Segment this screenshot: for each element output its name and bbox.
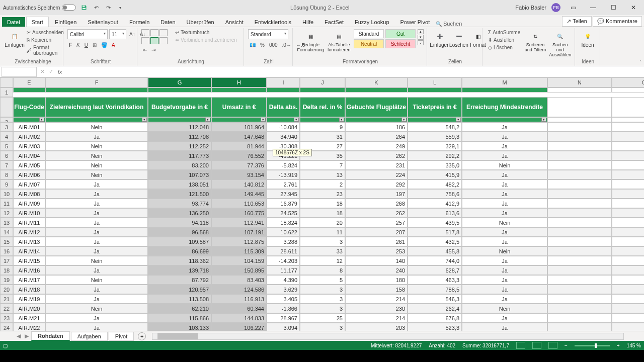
cell[interactable]: Nein [462,160,547,170]
cell[interactable]: 249 [345,141,408,151]
fx-icon[interactable]: fx [55,69,64,75]
cell[interactable]: AIR.M13 [13,237,45,246]
cell[interactable]: 335,0 [408,160,462,170]
cell[interactable]: Nein [45,275,148,285]
cell[interactable]: 124.586 [211,285,267,294]
cell[interactable]: 262 [345,151,408,160]
cell[interactable]: 2.761 [267,179,300,189]
cell[interactable]: Ja [45,199,148,208]
ideas-button[interactable]: 💡Ideen [579,29,596,49]
user-avatar[interactable]: FB [551,3,560,12]
style-schlecht[interactable]: Schlecht [385,39,416,48]
cell[interactable]: Ja [45,313,148,323]
cell[interactable]: 3.288 [267,237,300,246]
cell[interactable]: 31 [300,132,345,141]
cell[interactable]: 112.048 [148,122,211,132]
maximize-icon[interactable]: ☐ [606,2,621,14]
col-header-F[interactable]: F [45,77,148,87]
indent-dec-icon[interactable]: ⇤ [141,47,148,53]
alignment-grid[interactable] [141,29,168,44]
cell[interactable]: 81.944 [211,141,267,151]
row-header-19[interactable]: 19 [0,275,13,285]
collapse-ribbon-icon[interactable]: ˄ [639,60,642,65]
horizontal-scrollbar[interactable] [152,333,624,340]
cell[interactable]: 613,6 [408,208,462,218]
cell[interactable]: 257 [345,218,408,227]
cell[interactable]: 96.568 [148,227,211,237]
tab-powerpivot[interactable]: Power Pivot [395,17,435,27]
increase-font-icon[interactable]: A↑ [128,31,137,38]
cell[interactable]: Nein [462,304,547,313]
cell[interactable]: 788,5 [408,285,462,294]
undo-icon[interactable]: ↶ [92,4,100,12]
cell[interactable]: Nein [45,256,148,265]
row-header-9[interactable]: 9 [0,179,13,189]
cell[interactable]: AIR.M18 [13,285,45,294]
view-normal-icon[interactable] [516,342,525,349]
cell[interactable]: 87.792 [148,275,211,285]
filter-dropdown[interactable]: ▾ [148,117,211,122]
cell[interactable]: 4.390 [267,275,300,285]
cell[interactable]: 16.879 [267,199,300,208]
conditional-formatting-button[interactable]: ▦Bedingte Formatierung [297,29,325,53]
cell[interactable]: 3 [300,237,345,246]
ribbon-display-icon[interactable]: ▭ [566,2,581,14]
minimize-icon[interactable]: — [586,2,601,14]
toggle-icon[interactable] [62,5,76,11]
row-header-13[interactable]: 13 [0,218,13,227]
cell[interactable]: 207 [345,227,408,237]
cell[interactable]: 62.210 [148,304,211,313]
cell[interactable]: 60.344 [211,304,267,313]
cell[interactable]: 264 [345,132,408,141]
sheet-tab-rohdaten[interactable]: Rohdaten [31,331,70,341]
cell[interactable]: 11 [300,227,345,237]
font-color-icon[interactable]: A [110,42,117,48]
cell[interactable]: 110.653 [211,199,267,208]
tab-hilfe[interactable]: Hilfe [297,17,318,27]
name-box[interactable] [2,67,37,77]
cell[interactable]: AIR.M14 [13,246,45,256]
cell[interactable]: 140.812 [211,179,267,189]
font-size-select[interactable]: 11 [109,29,126,39]
save-icon[interactable] [80,4,88,12]
qat-customize-icon[interactable]: ▾ [116,4,124,12]
record-macro-icon[interactable]: ▢ [3,343,8,348]
cell[interactable]: 9 [300,122,345,132]
format-as-table-button[interactable]: ▤Als Tabelle formatieren [327,29,352,53]
cell[interactable]: 2 [300,179,345,189]
cell[interactable]: Ja [462,294,547,304]
cell[interactable]: 109.587 [148,237,211,246]
inc-decimal-icon[interactable]: .0→ [281,42,293,48]
col-header-N[interactable]: N [547,77,612,87]
cell[interactable]: 517,8 [408,227,462,237]
row-header-4[interactable]: 4 [0,132,13,141]
format-painter-button[interactable]: 🖌 Format übertragen [25,44,65,56]
cell[interactable]: 120.957 [148,285,211,294]
tab-ueberpruefen[interactable]: Überprüfen [182,17,219,27]
row-header-21[interactable]: 21 [0,294,13,304]
cell[interactable]: 10.622 [267,227,300,237]
row-header-15[interactable]: 15 [0,237,13,246]
cell[interactable]: 101.964 [211,122,267,132]
cell[interactable]: 33 [300,246,345,256]
cell[interactable]: Nein [462,218,547,227]
tab-ansicht[interactable]: Ansicht [220,17,249,27]
currency-icon[interactable]: 💶 [248,42,257,48]
filter-dropdown[interactable]: ▾ [462,117,547,122]
cell[interactable]: 106.227 [211,323,267,331]
cell[interactable]: 76.552 [211,151,267,160]
cell[interactable]: Ja [462,227,547,237]
cell[interactable]: 112.941 [211,218,267,227]
cell[interactable]: 28.967 [267,313,300,323]
row-header-2[interactable]: 2 [0,117,13,122]
style-gut[interactable]: Gut [385,29,416,38]
col-header-L[interactable]: L [408,77,462,87]
cell[interactable]: 93.154 [211,170,267,179]
cell[interactable]: 12 [300,256,345,265]
cell[interactable]: Ja [462,141,547,151]
cell[interactable]: 112.875 [211,237,267,246]
cell[interactable]: Ja [45,208,148,218]
cell[interactable]: AIR.M04 [13,151,45,160]
paste-button[interactable]: 📋Einfügen [6,29,23,49]
cell[interactable]: AIR.M10 [13,208,45,218]
